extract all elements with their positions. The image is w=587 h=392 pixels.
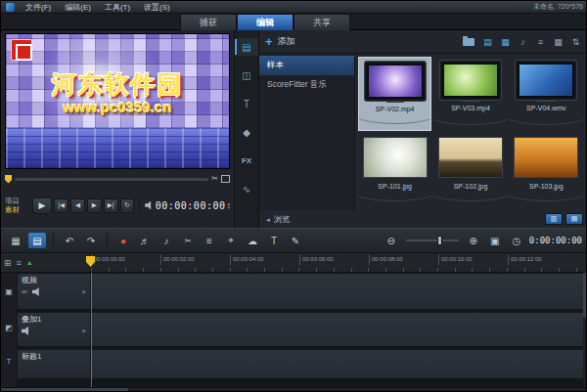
timeline-view-icon[interactable]: ▤ — [28, 233, 46, 248]
nav-motion-path-icon[interactable]: ∿ — [235, 180, 258, 197]
video-thumbnail-frame — [440, 61, 501, 100]
track-lane-title[interactable] — [91, 349, 587, 379]
menu-settings[interactable]: 设置(S) — [138, 2, 176, 13]
horizontal-scrollbar-thumb[interactable] — [1, 388, 128, 392]
nav-title-icon[interactable]: T — [235, 95, 258, 112]
link-icon[interactable]: ∞ — [22, 288, 27, 296]
scrub-handle[interactable] — [5, 175, 12, 184]
title-track-icon[interactable]: T — [1, 345, 17, 377]
subtitle-editor-icon[interactable]: ≡ — [201, 233, 218, 248]
photo-thumbnail — [514, 137, 578, 178]
media-item-sp-v03[interactable]: SP-V03.mp4 — [433, 57, 507, 131]
3d-title-icon[interactable]: T — [265, 233, 283, 248]
sound-mixer-icon[interactable]: ♬ — [136, 233, 154, 248]
track-lane-video[interactable] — [91, 273, 587, 310]
cloud-icon[interactable]: ☁ — [244, 233, 261, 248]
gallery-view-button[interactable]: ▥ — [545, 213, 563, 225]
disable-filter-icon[interactable]: × — [81, 327, 86, 335]
painting-creator-icon[interactable]: ✎ — [287, 233, 304, 248]
list-view-icon[interactable]: ≡ — [534, 37, 547, 47]
zoom-slider[interactable] — [406, 235, 459, 246]
scroll-top-icon[interactable]: ▲ — [26, 259, 33, 266]
track-lane-overlay[interactable] — [91, 312, 587, 347]
media-item-name: SP-103.jpg — [529, 183, 564, 190]
enlarge-preview-icon[interactable] — [221, 175, 230, 183]
media-item-name: SP-101.jpg — [378, 183, 412, 190]
timecode-stepper[interactable]: ▴ ▾ — [227, 201, 230, 209]
timeline-ruler: ⊞ ≡ ▲ 00:00:00:00 00:00:02:00 00:00:04:0… — [1, 253, 587, 273]
nav-transition-icon[interactable]: ◫ — [235, 66, 258, 84]
video-track-icon[interactable]: ▣ — [1, 273, 17, 310]
track-manager-icon[interactable]: ≡ — [17, 258, 22, 268]
stepper-down-icon[interactable]: ▾ — [227, 205, 230, 209]
overlay-track-icon[interactable]: ◩ — [1, 310, 17, 345]
nav-filter-icon[interactable]: FX — [235, 152, 258, 169]
duration-icon[interactable]: ◷ — [508, 233, 525, 248]
play-button[interactable]: ▶ — [32, 197, 53, 214]
zoom-slider-handle[interactable] — [437, 236, 442, 245]
undo-icon[interactable]: ↶ — [61, 233, 78, 248]
carousel-arc — [510, 100, 583, 125]
zoom-in-icon[interactable]: ⊕ — [465, 233, 482, 248]
media-item-sp-103[interactable]: SP-103.jpg — [510, 133, 583, 207]
library-panel: + 添加 ▤ ▦ ♪ ≡ ▦ ⇅ 样本 ScoreFitter 音乐 SP-V0… — [259, 30, 587, 228]
thumbnail-view-icon[interactable]: ▦ — [552, 37, 564, 47]
tab-share[interactable]: 共享 — [294, 14, 350, 30]
repeat-button[interactable]: ↻ — [120, 198, 135, 213]
watermark-title: 河东软件园 — [6, 69, 229, 99]
auto-music-icon[interactable]: ♪ — [158, 233, 175, 248]
mute-track-icon[interactable] — [32, 287, 42, 296]
previous-frame-button[interactable]: ◀ — [70, 198, 85, 213]
home-button[interactable]: |◀ — [54, 198, 68, 213]
add-button[interactable]: 添加 — [278, 35, 295, 48]
folder-icon[interactable] — [463, 38, 474, 46]
library-options-button[interactable]: ▤ — [565, 213, 583, 225]
end-button[interactable]: ▶| — [104, 198, 118, 213]
add-icon[interactable]: + — [265, 36, 273, 48]
track-header-title[interactable]: 标题1 — [17, 349, 91, 379]
mute-track-icon[interactable] — [22, 327, 31, 335]
split-clip-icon[interactable]: ✂ — [211, 174, 218, 184]
zoom-out-icon[interactable]: ⊖ — [383, 233, 400, 248]
browse-button[interactable]: ◄ 浏览 — [265, 214, 290, 225]
nav-media-icon[interactable]: ▤ — [235, 38, 258, 56]
next-frame-button[interactable]: ▶ — [87, 198, 102, 213]
media-item-sp-101[interactable]: SP-101.jpg — [358, 133, 431, 207]
disable-filter-icon[interactable]: × — [81, 288, 86, 296]
mode-project-button[interactable]: 项目 — [5, 197, 30, 205]
media-item-sp-v04[interactable]: SP-V04.wmv — [510, 57, 583, 131]
menu-edit[interactable]: 编辑(E) — [59, 2, 97, 13]
media-item-sp-v02[interactable]: SP-V02.mp4 — [358, 57, 431, 131]
media-item-sp-102[interactable]: SP-102.jpg — [433, 133, 507, 207]
horizontal-scrollbar[interactable] — [1, 387, 587, 392]
category-samples[interactable]: 样本 — [259, 56, 354, 75]
category-scorefitter-music[interactable]: ScoreFitter 音乐 — [259, 75, 354, 95]
track-header-video[interactable]: 视频 ∞ × — [17, 273, 91, 310]
volume-icon[interactable] — [145, 201, 154, 210]
library-nav-strip: ▤ ◫ T ◆ FX ∿ — [234, 30, 259, 228]
video-thumbnail-frame — [365, 62, 426, 101]
filter-audio-icon[interactable]: ♪ — [517, 37, 529, 47]
record-capture-icon[interactable]: ● — [114, 233, 132, 248]
filter-video-icon[interactable]: ▤ — [481, 37, 494, 47]
redo-icon[interactable]: ↷ — [82, 233, 100, 248]
split-clip-toolbar-icon[interactable]: ✂ — [179, 233, 197, 248]
menu-file[interactable]: 文件(F) — [20, 2, 57, 13]
add-track-icon[interactable]: ⊞ — [4, 258, 12, 268]
ruler-lane[interactable]: 00:00:00:00 00:00:02:00 00:00:04:00 00:0… — [91, 253, 587, 272]
vertical-scrollbar[interactable] — [583, 273, 587, 387]
fit-project-icon[interactable]: ▣ — [486, 233, 504, 248]
mode-clip-button[interactable]: 素材 — [5, 206, 30, 214]
menu-tools[interactable]: 工具(T) — [99, 2, 136, 13]
motion-tracking-icon[interactable]: ⌖ — [222, 233, 240, 248]
track-header-overlay[interactable]: 叠加1 × — [17, 312, 91, 347]
filter-photo-icon[interactable]: ▦ — [499, 37, 512, 47]
sort-icon[interactable]: ⇅ — [569, 37, 582, 47]
storyboard-view-icon[interactable]: ▦ — [7, 233, 24, 248]
watermark: 河东软件园 www.pc0359.cn — [6, 69, 229, 115]
tab-capture[interactable]: 捕获 — [180, 14, 237, 30]
tab-edit[interactable]: 编辑 — [237, 14, 294, 30]
nav-graphic-icon[interactable]: ◆ — [235, 123, 258, 141]
vertical-scrollbar-thumb[interactable] — [583, 273, 587, 318]
scrub-track[interactable] — [15, 178, 208, 181]
